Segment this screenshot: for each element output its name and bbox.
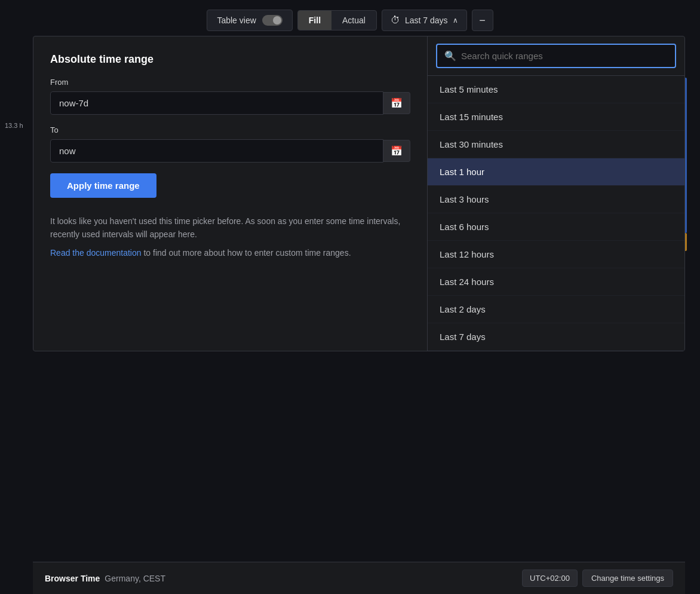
quick-ranges-list: Last 5 minutesLast 15 minutesLast 30 min… bbox=[428, 76, 684, 351]
hint-text: It looks like you haven't used this time… bbox=[50, 215, 410, 241]
table-view-label: Table view bbox=[217, 16, 256, 25]
toggle-switch-icon[interactable] bbox=[262, 15, 283, 26]
calendar-icon-2: 📅 bbox=[391, 145, 403, 157]
quick-range-item[interactable]: Last 1 hour bbox=[428, 158, 684, 186]
to-input[interactable] bbox=[50, 139, 383, 163]
search-input-wrapper: 🔍 bbox=[436, 44, 676, 68]
bottom-bar: Browser Time Germany, CEST UTC+02:00 Cha… bbox=[33, 562, 685, 594]
from-label: From bbox=[50, 78, 410, 87]
quick-range-item[interactable]: Last 3 hours bbox=[428, 186, 684, 213]
change-time-settings-button[interactable]: Change time settings bbox=[582, 569, 673, 587]
actual-tab[interactable]: Actual bbox=[331, 11, 376, 30]
utc-button[interactable]: UTC+02:00 bbox=[522, 569, 578, 587]
quick-range-item[interactable]: Last 2 days bbox=[428, 296, 684, 323]
zoom-out-button[interactable]: − bbox=[472, 10, 493, 31]
browser-time-detail: Germany, CEST bbox=[105, 574, 165, 583]
quick-ranges-panel: 🔍 Last 5 minutesLast 15 minutesLast 30 m… bbox=[428, 36, 684, 351]
to-calendar-button[interactable]: 📅 bbox=[383, 140, 410, 162]
apply-time-range-button[interactable]: Apply time range bbox=[50, 173, 156, 198]
time-range-label: Last 7 days bbox=[405, 16, 448, 25]
fill-tab[interactable]: Fill bbox=[298, 11, 331, 30]
left-edge-value: 13.3 h bbox=[0, 120, 36, 131]
quick-range-item[interactable]: Last 7 days bbox=[428, 323, 684, 351]
fill-actual-group: Fill Actual bbox=[297, 10, 377, 30]
search-box: 🔍 bbox=[428, 36, 684, 76]
search-icon: 🔍 bbox=[444, 50, 456, 62]
quick-range-item[interactable]: Last 6 hours bbox=[428, 213, 684, 241]
chevron-up-icon: ∧ bbox=[453, 16, 458, 25]
quick-range-item[interactable]: Last 5 minutes bbox=[428, 76, 684, 103]
toolbar: Table view Fill Actual ⏱ Last 7 days ∧ − bbox=[0, 0, 700, 41]
from-calendar-button[interactable]: 📅 bbox=[383, 92, 410, 114]
table-view-toggle[interactable]: Table view bbox=[207, 10, 292, 31]
time-picker-dropdown: Absolute time range From 📅 To 📅 Apply ti… bbox=[33, 36, 685, 351]
doc-link-paragraph: Read the documentation to find out more … bbox=[50, 246, 410, 259]
from-input-row: 📅 bbox=[50, 91, 410, 115]
from-input[interactable] bbox=[50, 91, 383, 115]
time-range-button[interactable]: ⏱ Last 7 days ∧ bbox=[382, 10, 467, 31]
to-label: To bbox=[50, 125, 410, 134]
search-input[interactable] bbox=[461, 51, 668, 61]
clock-icon: ⏱ bbox=[391, 15, 400, 26]
browser-time: Browser Time Germany, CEST bbox=[45, 574, 165, 583]
calendar-icon: 📅 bbox=[391, 97, 403, 109]
quick-range-item[interactable]: Last 30 minutes bbox=[428, 131, 684, 158]
quick-range-item[interactable]: Last 24 hours bbox=[428, 268, 684, 296]
browser-time-label: Browser Time bbox=[45, 574, 100, 583]
to-input-row: 📅 bbox=[50, 139, 410, 163]
quick-range-item[interactable]: Last 15 minutes bbox=[428, 103, 684, 131]
quick-range-item[interactable]: Last 12 hours bbox=[428, 241, 684, 268]
panel-title: Absolute time range bbox=[50, 53, 410, 66]
bottom-right-controls: UTC+02:00 Change time settings bbox=[522, 569, 673, 587]
absolute-time-range-panel: Absolute time range From 📅 To 📅 Apply ti… bbox=[33, 36, 428, 351]
doc-link[interactable]: Read the documentation bbox=[50, 248, 142, 258]
